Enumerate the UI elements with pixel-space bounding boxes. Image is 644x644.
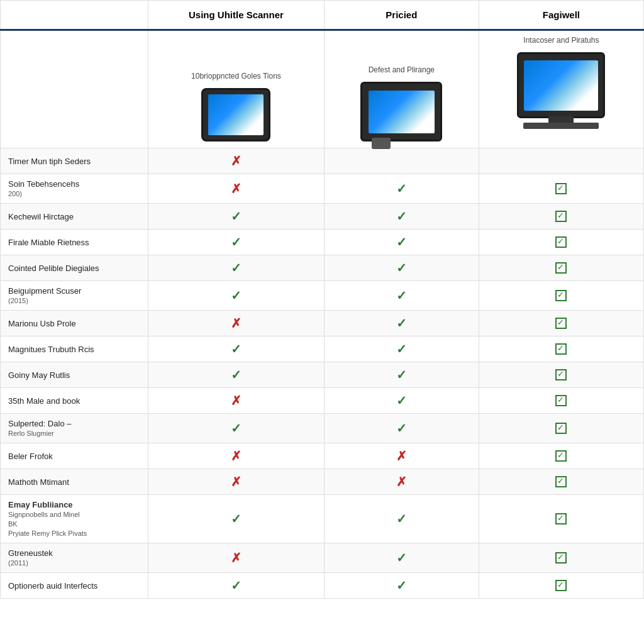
check-icon: ✓ [396, 579, 407, 592]
col3-product-cell: Intacoser and Piratuhs [479, 30, 643, 148]
col3-value-cell [479, 148, 643, 174]
table-row: 35th Male and book✗✓ [1, 388, 644, 414]
feature-label-sub: Pryiate Remy Plick Pivats [8, 530, 87, 537]
col1-value-cell: ✓ [148, 281, 325, 311]
col2-header: Pricied [324, 1, 479, 30]
col2-value-cell: ✓ [324, 543, 479, 573]
col3-device-keyboard [523, 123, 599, 129]
col3-device-image [517, 52, 605, 118]
col3-value-cell [479, 443, 643, 469]
table-row: Marionu Usb Prole✗✓ [1, 311, 644, 336]
table-row: Gtreneustek(2011)✗✓ [1, 543, 644, 573]
check-icon: ✓ [231, 342, 242, 356]
col3-value-cell [479, 336, 643, 362]
cross-icon: ✗ [231, 154, 242, 168]
feature-label: 35th Male and book [1, 388, 148, 414]
col3-subtitle: Intacoser and Piratuhs [523, 36, 599, 45]
feature-label-sub: 200) [8, 190, 22, 197]
col1-value-cell: ✓ [148, 204, 325, 230]
feature-label-sub: Rerlo Slugmier [8, 430, 54, 437]
feature-label-sub: Signpnobells and Minel [8, 511, 80, 518]
feature-label-main: Emay Fubliiance [8, 500, 73, 509]
feature-label: Timer Mun tiph Seders [1, 148, 148, 174]
feature-label-main: 35th Male and book [8, 396, 80, 406]
feature-label: Mathoth Mtimant [1, 469, 148, 495]
col3-value-cell [479, 204, 643, 230]
col3-value-cell [479, 388, 643, 414]
cross-icon: ✗ [231, 394, 242, 408]
feature-label-main: Cointed Pelible Diegiales [8, 264, 99, 273]
col2-value-cell: ✗ [324, 443, 479, 469]
feature-rows: Timer Mun tiph Seders✗Soin Tebehsencehs2… [1, 148, 644, 599]
col1-value-cell: ✓ [148, 414, 325, 443]
cross-icon: ✗ [231, 316, 242, 330]
col1-device-screen [208, 94, 264, 135]
col1-value-cell: ✗ [148, 174, 325, 204]
col3-value-cell [479, 414, 643, 443]
checkbox-icon [555, 211, 567, 222]
checkbox-icon [555, 343, 567, 355]
col1-header: Using Uhitle Scanner [148, 1, 325, 30]
checkbox-icon [555, 369, 567, 380]
col1-value-cell: ✓ [148, 336, 325, 362]
col1-value-cell: ✗ [148, 469, 325, 495]
table-row: Optionerb auid Interfects✓✓ [1, 573, 644, 599]
check-icon: ✓ [396, 182, 407, 196]
table-row: Kechewil Hirctage✓✓ [1, 204, 644, 230]
checkbox-icon [555, 395, 567, 406]
col2-value-cell: ✓ [324, 573, 479, 599]
col1-value-cell: ✓ [148, 255, 325, 281]
col2-device-screen [369, 91, 435, 133]
table-row: Emay FubliianceSignpnobells and MinelBKP… [1, 495, 644, 543]
feature-label: Soin Tebehsencehs200) [1, 174, 148, 204]
col2-device-image [360, 82, 442, 142]
col3-value-cell [479, 230, 643, 255]
check-icon: ✓ [231, 421, 242, 435]
col1-value-cell: ✓ [148, 495, 325, 543]
check-icon: ✓ [231, 235, 242, 249]
feature-label-main: Kechewil Hirctage [8, 212, 74, 221]
col2-value-cell: ✓ [324, 230, 479, 255]
feature-label-main: Goiny May Rutlis [8, 370, 70, 380]
col1-device-image [201, 88, 270, 142]
feature-label-main: Beler Frofok [8, 452, 53, 461]
feature-label: Emay FubliianceSignpnobells and MinelBKP… [1, 495, 148, 543]
col3-value-cell [479, 573, 643, 599]
cross-icon: ✗ [231, 449, 242, 463]
col1-value-cell: ✗ [148, 148, 325, 174]
col3-device-screen [524, 60, 598, 111]
check-icon: ✓ [396, 368, 407, 382]
check-icon: ✓ [396, 551, 407, 565]
checkbox-icon [555, 236, 567, 248]
checkbox-icon [555, 290, 567, 301]
table-row: Beler Frofok✗✗ [1, 443, 644, 469]
check-icon: ✓ [231, 261, 242, 275]
feature-label-main: Optionerb auid Interfects [8, 581, 97, 591]
check-icon: ✓ [231, 209, 242, 223]
feature-label: Beler Frofok [1, 443, 148, 469]
feature-label: Firale Miable Rietness [1, 230, 148, 255]
feature-label-sub: (2015) [8, 297, 28, 304]
feature-label: Kechewil Hirctage [1, 204, 148, 230]
feature-label-main: Mathoth Mtimant [8, 477, 69, 487]
cross-icon: ✗ [231, 551, 242, 565]
check-icon: ✓ [231, 579, 242, 592]
feature-label-main: Sulperted: Dalo – [8, 419, 71, 428]
check-icon: ✓ [396, 421, 407, 435]
cross-icon: ✗ [396, 475, 407, 489]
col2-value-cell: ✗ [324, 469, 479, 495]
col3-value-cell [479, 311, 643, 336]
col3-value-cell [479, 174, 643, 204]
cross-icon: ✗ [231, 475, 242, 489]
col1-value-cell: ✗ [148, 543, 325, 573]
feature-label: Marionu Usb Prole [1, 311, 148, 336]
checkbox-icon [555, 318, 567, 329]
col2-value-cell: ✓ [324, 174, 479, 204]
feature-label-main: Soin Tebehsencehs [8, 179, 79, 189]
feature-label: Sulperted: Dalo –Rerlo Slugmier [1, 414, 148, 443]
cross-icon: ✗ [231, 182, 242, 196]
col2-value-cell: ✓ [324, 255, 479, 281]
col2-value-cell: ✓ [324, 388, 479, 414]
col3-value-cell [479, 495, 643, 543]
feature-label: Gtreneustek(2011) [1, 543, 148, 573]
